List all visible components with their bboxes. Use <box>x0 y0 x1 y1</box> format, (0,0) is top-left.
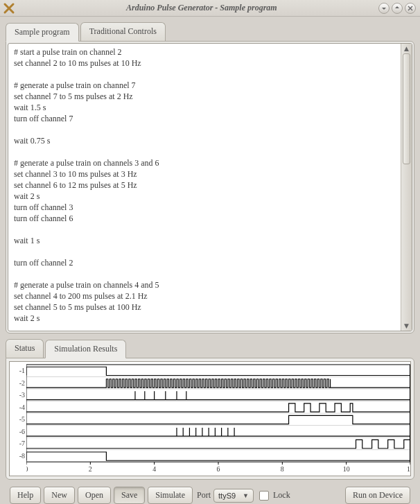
run-on-device-button[interactable]: Run on Device <box>345 487 410 504</box>
tab-simulation-results[interactable]: Simulation Results <box>45 340 126 358</box>
scroll-down-icon[interactable]: ▼ <box>401 321 412 331</box>
lower-tabs: Status Simulation Results <box>6 339 414 358</box>
svg-text:2: 2 <box>89 465 92 473</box>
simulate-button[interactable]: Simulate <box>148 487 193 504</box>
simulation-panel: -1-2-3-4-5-6-7-8 024681012 <box>6 358 414 480</box>
open-button[interactable]: Open <box>78 487 111 504</box>
help-button[interactable]: Help <box>10 487 41 504</box>
svg-text:4: 4 <box>152 465 156 473</box>
svg-text:0: 0 <box>26 465 28 473</box>
scroll-up-icon[interactable]: ▲ <box>401 44 412 53</box>
maximize-button[interactable] <box>392 3 403 14</box>
tab-traditional-controls[interactable]: Traditional Controls <box>80 22 166 41</box>
scroll-thumb[interactable] <box>403 53 410 164</box>
lock-label: Lock <box>273 490 290 501</box>
svg-text:8: 8 <box>281 465 284 473</box>
toolbar: Help New Open Save Simulate Port ttyS9 ▼… <box>6 484 414 504</box>
port-select[interactable]: ttyS9 ▼ <box>213 489 254 503</box>
minimize-button[interactable] <box>378 3 390 14</box>
svg-text:10: 10 <box>343 465 350 473</box>
lock-checkbox[interactable] <box>259 491 269 501</box>
main-tabs: Sample program Traditional Controls <box>6 22 414 41</box>
simulation-plot: 024681012 <box>26 362 410 476</box>
editor-scrollbar[interactable]: ▲ ▼ <box>401 44 412 331</box>
svg-text:6: 6 <box>217 465 220 473</box>
app-icon <box>3 2 15 15</box>
chevron-down-icon: ▼ <box>243 492 249 499</box>
sim-y-axis: -1-2-3-4-5-6-7-8 <box>10 362 26 476</box>
tab-sample-program[interactable]: Sample program <box>6 23 79 42</box>
svg-text:12: 12 <box>407 465 410 473</box>
port-label: Port <box>197 490 211 501</box>
close-button[interactable] <box>405 3 416 14</box>
port-value: ttyS9 <box>218 492 236 500</box>
code-editor[interactable]: # start a pulse train on channel 2 set c… <box>8 44 401 331</box>
tab-status[interactable]: Status <box>6 339 44 358</box>
new-button[interactable]: New <box>44 487 75 504</box>
window-title: Arduino Pulse Generator - Sample program <box>126 3 277 13</box>
editor-panel: # start a pulse train on channel 2 set c… <box>6 41 414 333</box>
save-button[interactable]: Save <box>114 487 145 504</box>
